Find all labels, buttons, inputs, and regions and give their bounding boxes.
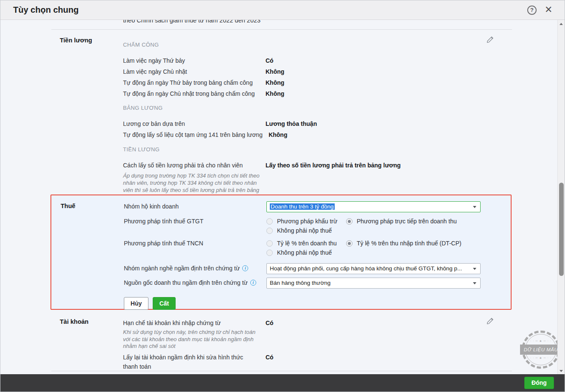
general-options-dialog: Tùy chọn chung ? ✕ theo Chính sách giảm … [0, 0, 565, 392]
group-heading-payroll: BẢNG LƯƠNG [123, 105, 162, 111]
field-label: Nhóm ngành nghề ngầm định trên chứng từ [124, 263, 240, 273]
scroll-up-icon[interactable] [559, 23, 563, 25]
setting-label: Tự động lấy số liệu cột tạm ứng 141 trên… [123, 129, 269, 140]
account-rows: Hạn chế tài khoản khi nhập chứng từ Có K… [123, 318, 505, 371]
field-pit-method: Phương pháp tính thuế TNCN Tỷ lệ % trên … [124, 239, 501, 257]
setting-label: Lấy lại tài khoản ngầm định khi sửa hình… [123, 353, 266, 371]
setting-row: Cách lấy số tiền lương phải trả cho nhân… [123, 160, 505, 171]
setting-value: Có [266, 353, 274, 371]
field-business-group: Nhóm hộ kinh doanh Doanh thu trên 3 tỷ đ… [124, 201, 501, 212]
chevron-down-icon [473, 206, 476, 208]
edit-pencil-icon[interactable] [487, 36, 494, 45]
setting-value: Không [266, 88, 284, 99]
radio-option[interactable]: Không phải nộp thuế [266, 249, 332, 256]
setting-row: Tự động ẩn ngày Thứ bảy trong bảng chấm … [123, 77, 505, 88]
field-label: Phương pháp tính thuế TNCN [124, 239, 203, 248]
group-heading-timesheet: CHẤM CÔNG [123, 42, 159, 48]
group-heading-wage: TIỀN LƯƠNG [123, 146, 159, 153]
radio-selected-icon [346, 240, 352, 247]
vertical-scrollbar[interactable] [557, 20, 565, 375]
scroll-down-icon[interactable] [559, 370, 563, 372]
sample-data-stamp: · · ─ ★ ─ · · DỮ LIỆU MẪU · · ─ ★ ─ · · [522, 331, 558, 369]
setting-value: Có [266, 55, 274, 66]
section-divider [51, 29, 512, 30]
field-label: Nhóm hộ kinh doanh [124, 201, 179, 211]
selected-option-text: Doanh thu trên 3 tỷ đồng [270, 203, 335, 210]
business-group-select[interactable]: Doanh thu trên 3 tỷ đồng [266, 201, 481, 212]
close-icon[interactable]: ✕ [545, 4, 552, 15]
tax-section-highlight: Thuế Nhóm hộ kinh doanh Doanh thu trên 3… [50, 195, 512, 310]
radio-label: Phương pháp trực tiếp trên doanh thu [357, 218, 457, 225]
radio-label: Không phải nộp thuế [277, 227, 332, 234]
payroll-rows: Lương cơ bản dựa trên Lương thỏa thuận T… [123, 118, 505, 140]
setting-value: Không [266, 66, 284, 77]
dialog-header: Tùy chọn chung ? ✕ [0, 0, 565, 20]
radio-label: Tỷ lệ % trên doanh thu [277, 240, 337, 247]
setting-label: Tự động ẩn ngày Thứ bảy trong bảng chấm … [123, 77, 266, 88]
setting-value: Không [266, 77, 284, 88]
selected-option-text: Bán hàng thông thường [270, 280, 330, 286]
radio-option[interactable]: Tỷ lệ % trên thu nhập tính thuế (DT-CP) [346, 240, 462, 247]
stamp-decoration: · · ─ ★ ─ · · [522, 339, 558, 343]
radio-icon [266, 218, 273, 225]
section-title-tax: Thuế [61, 203, 76, 209]
scrollbar-thumb[interactable] [559, 183, 564, 276]
chevron-down-icon [473, 268, 476, 270]
info-icon[interactable]: i [250, 280, 256, 286]
setting-note: Khi sử dụng tùy chọn này, trên chứng từ … [123, 329, 263, 350]
setting-value: Không [269, 129, 287, 140]
setting-value: Có [266, 318, 274, 328]
setting-row: Làm việc ngày Chủ nhật Không [123, 66, 505, 77]
tax-form: Nhóm hộ kinh doanh Doanh thu trên 3 tỷ đ… [124, 201, 501, 310]
radio-option[interactable]: Tỷ lệ % trên doanh thu [266, 240, 346, 247]
radio-icon [266, 240, 273, 247]
revenue-source-select[interactable]: Bán hàng thông thường [266, 278, 481, 289]
help-icon[interactable]: ? [527, 6, 537, 15]
field-vat-method: Phương pháp tính thuế GTGT Phương pháp k… [124, 217, 501, 235]
page-title: Tùy chọn chung [13, 5, 78, 15]
radio-label: Phương pháp khấu trừ [277, 218, 337, 225]
pit-method-radio-group: Tỷ lệ % trên doanh thu Tỷ lệ % trên thu … [266, 239, 462, 257]
close-dialog-button[interactable]: Đóng [524, 377, 554, 389]
info-icon[interactable]: i [242, 265, 248, 271]
cancel-button[interactable]: Hủy [124, 297, 148, 310]
setting-row: Hạn chế tài khoản khi nhập chứng từ Có [123, 318, 505, 328]
radio-option[interactable]: Không phải nộp thuế [266, 227, 332, 234]
setting-label: Lương cơ bản dựa trên [123, 118, 266, 129]
setting-value: Lương thỏa thuận [266, 118, 317, 129]
vat-method-radio-group: Phương pháp khấu trừ Phương pháp trực ti… [266, 217, 457, 235]
setting-label: Làm việc ngày Thứ bảy [123, 55, 266, 66]
dialog-content: theo Chính sách giảm thuế từ năm 2022 đế… [0, 20, 558, 375]
field-label: Phương pháp tính thuế GTGT [124, 217, 203, 226]
industry-group-select[interactable]: Hoạt động phân phối, cung cấp hàng hóa k… [266, 263, 481, 274]
timesheet-rows: Làm việc ngày Thứ bảy Có Làm việc ngày C… [123, 55, 505, 99]
chevron-down-icon [473, 282, 476, 284]
setting-label: Làm việc ngày Chủ nhật [123, 66, 266, 77]
radio-label: Tỷ lệ % trên thu nhập tính thuế (DT-CP) [357, 240, 462, 247]
setting-row: Tự động lấy số liệu cột tạm ứng 141 trên… [123, 129, 505, 140]
radio-label: Không phải nộp thuế [277, 249, 332, 256]
radio-option[interactable]: Phương pháp khấu trừ [266, 218, 346, 225]
radio-icon [266, 228, 273, 234]
setting-label: Tự động ẩn ngày Chủ nhật trong bảng chấm… [123, 88, 266, 99]
stamp-text: DỮ LIỆU MẪU [520, 345, 558, 355]
field-industry-group: Nhóm ngành nghề ngầm định trên chứng từ … [124, 263, 501, 274]
radio-icon [266, 250, 273, 256]
field-revenue-source: Nguồn gốc doanh thu ngầm định trên chứng… [124, 278, 501, 289]
section-divider [51, 371, 512, 371]
radio-selected-icon [346, 218, 352, 225]
tax-buttons: Hủy Cất [124, 297, 501, 310]
setting-row: Tự động ẩn ngày Chủ nhật trong bảng chấm… [123, 88, 505, 99]
scrolled-text-fragment: theo Chính sách giảm thuế từ năm 2022 đế… [123, 20, 260, 25]
dialog-footer: Đóng [0, 374, 565, 392]
setting-row: Lấy lại tài khoản ngầm định khi sửa hình… [123, 353, 505, 371]
radio-option[interactable]: Phương pháp trực tiếp trên doanh thu [346, 218, 457, 225]
setting-row: Lương cơ bản dựa trên Lương thỏa thuận [123, 118, 505, 129]
save-button[interactable]: Cất [153, 297, 176, 310]
stamp-decoration: · · ─ ★ ─ · · [522, 356, 558, 360]
setting-label: Hạn chế tài khoản khi nhập chứng từ [123, 318, 266, 328]
field-label: Nguồn gốc doanh thu ngầm định trên chứng… [124, 278, 248, 288]
setting-row: Làm việc ngày Thứ bảy Có [123, 55, 505, 66]
setting-label: Cách lấy số tiền lương phải trả cho nhân… [123, 160, 266, 171]
setting-value: Lấy theo số tiền lương phải trả trên bản… [266, 160, 401, 171]
